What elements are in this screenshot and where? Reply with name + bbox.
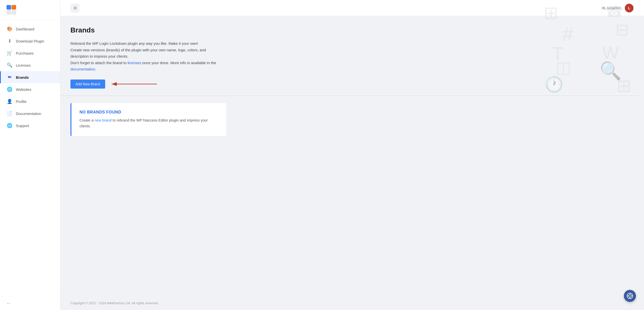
globe-icon: 🌐 <box>7 87 12 92</box>
dashboard-icon: 🎨 <box>7 26 12 32</box>
logo-area[interactable] <box>0 0 60 20</box>
header-home-icon[interactable]: ⊞ <box>70 4 79 13</box>
support-globe-icon: 🌐 <box>7 123 12 128</box>
section-divider <box>60 96 642 96</box>
sidebar-item-label: Profile <box>16 99 27 104</box>
licenses-link[interactable]: licenses <box>128 61 141 65</box>
sidebar-item-profile[interactable]: 👤 Profile <box>0 95 60 107</box>
add-new-brand-button[interactable]: Add New Brand <box>70 80 105 89</box>
download-icon: ⬇ <box>7 38 12 44</box>
svg-rect-1 <box>7 5 11 10</box>
arrow-indicator <box>109 81 159 88</box>
sidebar: 🎨 Dashboard ⬇ Download Plugin 🛒 Purchase… <box>0 0 60 310</box>
sidebar-item-label: Download Plugin <box>16 39 44 43</box>
arrow-svg <box>109 81 159 88</box>
sidebar-bottom: ↔ <box>0 296 60 310</box>
sidebar-item-label: Purchases <box>16 51 34 55</box>
header: ⊞ Hi, lucija5ric L <box>60 0 644 16</box>
doc-icon: 📄 <box>7 111 12 116</box>
no-brands-text: Create a new brand to rebrand the WP hta… <box>79 118 218 129</box>
sidebar-item-documentation[interactable]: 📄 Documentation <box>0 107 60 120</box>
desc-line-1: Rebrand the WP Login Lockdown plugin any… <box>70 40 221 47</box>
sidebar-item-download-plugin[interactable]: ⬇ Download Plugin <box>0 35 60 47</box>
sidebar-item-purchases[interactable]: 🛒 Purchases <box>0 47 60 59</box>
page-title: Brands <box>70 26 632 34</box>
cart-icon: 🛒 <box>7 50 12 56</box>
documentation-link[interactable]: documentation <box>70 67 95 71</box>
header-left: ⊞ <box>70 4 79 13</box>
sidebar-item-label: Websites <box>16 87 31 92</box>
sidebar-item-support[interactable]: 🌐 Support <box>0 120 60 132</box>
svg-rect-4 <box>12 10 16 15</box>
resize-icon[interactable]: ↔ <box>6 300 11 306</box>
sidebar-item-dashboard[interactable]: 🎨 Dashboard <box>0 23 60 35</box>
main-area: ⊞ ☎ # ⊟ T W ◫ 🔍 🕐 ⊞ ⊞ Hi, lucija5ric L B… <box>60 0 644 310</box>
sidebar-item-licenses[interactable]: 🔍 Licenses <box>0 59 60 71</box>
avatar[interactable]: L <box>624 3 634 13</box>
sidebar-item-websites[interactable]: 🌐 Websites <box>0 83 60 95</box>
support-fab-button[interactable] <box>624 290 636 302</box>
desc-line-3: Don't forget to attach the brand to lice… <box>70 60 221 72</box>
no-brands-card: NO BRANDS FOUND Create a new brand to re… <box>70 103 226 136</box>
no-brands-title: NO BRANDS FOUND <box>79 110 218 114</box>
desc-line-2: Create new versions (brands) of the plug… <box>70 47 221 60</box>
svg-point-8 <box>629 295 631 297</box>
sidebar-item-label: Brands <box>16 75 29 80</box>
sidebar-item-label: Documentation <box>16 111 41 116</box>
header-right: Hi, lucija5ric L <box>602 3 634 13</box>
user-icon: 👤 <box>7 99 12 104</box>
svg-rect-2 <box>12 5 16 10</box>
page-content: Brands Rebrand the WP Login Lockdown plu… <box>60 16 644 296</box>
action-row: Add New Brand <box>70 80 632 89</box>
sidebar-item-brands[interactable]: ✏ Brands <box>0 71 60 83</box>
svg-rect-3 <box>7 10 11 15</box>
footer: Copyright © 2012 - 2024 WebFactory Ltd. … <box>60 296 644 310</box>
sidebar-item-label: Support <box>16 124 29 128</box>
sidebar-item-label: Dashboard <box>16 27 34 31</box>
app-logo <box>6 5 17 15</box>
greeting-text: Hi, lucija5ric <box>602 6 621 10</box>
sidebar-item-label: Licenses <box>16 63 31 67</box>
search-icon: 🔍 <box>7 62 12 68</box>
copyright-text: Copyright © 2012 - 2024 WebFactory Ltd. … <box>70 301 159 305</box>
pen-icon: ✏ <box>7 74 12 80</box>
support-fab-icon <box>627 293 633 299</box>
sidebar-navigation: 🎨 Dashboard ⬇ Download Plugin 🛒 Purchase… <box>0 20 60 296</box>
new-brand-link[interactable]: new brand <box>95 118 112 122</box>
page-description: Rebrand the WP Login Lockdown plugin any… <box>70 40 221 72</box>
